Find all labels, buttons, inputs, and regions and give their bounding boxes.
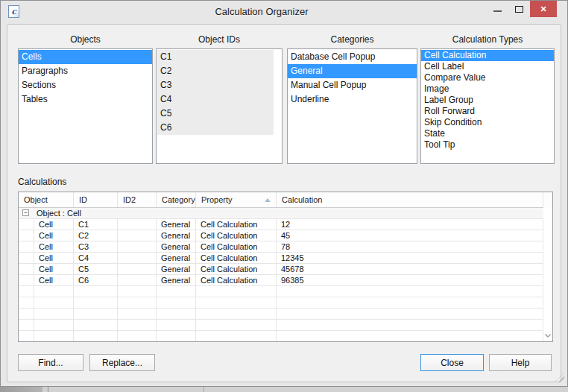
listbox-item-cell-label[interactable]: Cell Label: [421, 61, 554, 72]
cell-calculation: 12: [277, 219, 543, 230]
table-row[interactable]: CellC5GeneralCell Calculation45678: [19, 264, 552, 275]
object-ids-listbox[interactable]: C1C2C3C4C5C6: [156, 48, 283, 164]
group-row-label: Object : Cell: [37, 208, 81, 218]
column-header-id[interactable]: ID: [74, 192, 118, 207]
listbox-item-c2[interactable]: C2: [157, 64, 274, 78]
cell-object: Cell: [34, 230, 74, 241]
table-row[interactable]: CellC1GeneralCell Calculation12: [19, 219, 552, 230]
listbox-item-tool-tip[interactable]: Tool Tip: [421, 139, 554, 151]
cell-id2: [118, 264, 157, 274]
listbox-item-underline[interactable]: Underline: [288, 92, 417, 107]
cell-id: C1: [74, 219, 118, 230]
close-button[interactable]: Close: [420, 354, 484, 371]
listbox-item-label-group[interactable]: Label Group: [421, 95, 554, 106]
group-row[interactable]: −Object : Cell: [19, 208, 552, 219]
listbox-item-c1[interactable]: C1: [157, 50, 274, 64]
table-row[interactable]: CellC4GeneralCell Calculation12345: [19, 253, 552, 264]
cell-id: C4: [74, 253, 118, 263]
listbox-item-database-cell-popup[interactable]: Database Cell Popup: [288, 50, 417, 64]
replace-button[interactable]: Replace...: [89, 354, 155, 371]
column-header-object[interactable]: Object: [19, 192, 74, 207]
listbox-item-skip-condition[interactable]: Skip Condition: [421, 117, 554, 128]
cell-object: [34, 286, 74, 297]
cell-id: C3: [74, 241, 118, 252]
calculations-table: ObjectIDID2CategoryPropertyCalculation −…: [18, 192, 553, 342]
cell-property: [196, 331, 277, 341]
calculation-types-label: Calculation Types: [420, 34, 555, 45]
column-header-label: Category: [162, 195, 195, 204]
cell-object: Cell: [34, 219, 74, 230]
cell-calculation: 78: [277, 241, 543, 252]
cell-property: Cell Calculation: [196, 219, 277, 230]
minimize-icon: [493, 10, 502, 12]
objects-label: Objects: [18, 34, 153, 45]
cell-object: Cell: [34, 264, 74, 274]
column-header-label: Object: [24, 195, 48, 204]
row-gutter: [19, 241, 34, 252]
minimize-button[interactable]: [487, 1, 508, 17]
cell-id: [74, 309, 118, 319]
listbox-item-image[interactable]: Image: [421, 83, 554, 95]
cell-id2: [118, 275, 157, 285]
table-row[interactable]: CellC6GeneralCell Calculation96385: [19, 275, 552, 286]
listbox-item-roll-forward[interactable]: Roll Forward: [421, 106, 554, 117]
cell-property: [196, 286, 277, 297]
listbox-item-tables[interactable]: Tables: [19, 92, 152, 107]
close-window-button[interactable]: ✕: [530, 1, 557, 17]
column-header-property[interactable]: Property: [196, 192, 277, 207]
listbox-item-cells[interactable]: Cells: [19, 50, 152, 64]
titlebar[interactable]: c Calculation Organizer ✕: [1, 1, 567, 23]
cell-object: [34, 297, 74, 308]
cell-property: Cell Calculation: [196, 241, 277, 252]
help-button[interactable]: Help: [489, 354, 552, 371]
cell-calculation: [277, 331, 543, 341]
listbox-item-c4[interactable]: C4: [157, 92, 274, 107]
table-body: −Object : CellCellC1GeneralCell Calculat…: [19, 208, 552, 342]
row-gutter: [19, 275, 34, 285]
categories-listbox[interactable]: Database Cell PopupGeneralManual Cell Po…: [287, 48, 417, 164]
column-header-id2[interactable]: ID2: [118, 192, 157, 207]
maximize-button[interactable]: [508, 1, 530, 17]
cell-object: [34, 331, 74, 341]
table-row-empty: [19, 286, 552, 297]
listbox-item-state[interactable]: State: [421, 128, 554, 139]
collapse-group-button[interactable]: −: [22, 209, 29, 216]
table-row[interactable]: CellC2GeneralCell Calculation45: [19, 230, 552, 241]
cell-id: [74, 331, 118, 341]
column-header-label: Property: [201, 195, 233, 204]
cell-calculation: 12345: [277, 253, 543, 263]
column-header-calculation[interactable]: Calculation: [277, 192, 543, 207]
listbox-item-c6[interactable]: C6: [157, 121, 274, 135]
listbox-item-sections[interactable]: Sections: [19, 78, 152, 92]
cell-calculation: [277, 320, 543, 330]
column-header-label: ID2: [123, 195, 136, 204]
cell-category: [157, 297, 196, 308]
app-icon: c: [8, 5, 19, 18]
cell-category: General: [157, 230, 196, 241]
categories-label: Categories: [287, 34, 417, 45]
vertical-scrollbar[interactable]: [543, 207, 552, 341]
listbox-item-cell-calculation[interactable]: Cell Calculation: [421, 50, 554, 61]
column-header-label: Calculation: [282, 195, 322, 204]
cell-id: [74, 320, 118, 330]
cell-calculation: [277, 286, 543, 297]
find-button[interactable]: Find...: [18, 354, 83, 371]
table-row-empty: [19, 320, 552, 331]
cell-id: [74, 286, 118, 297]
listbox-item-general[interactable]: General: [288, 64, 417, 78]
listbox-item-c3[interactable]: C3: [157, 78, 274, 92]
calculations-section-label: Calculations: [18, 177, 66, 187]
column-header-category[interactable]: Category: [157, 192, 196, 207]
table-row[interactable]: CellC3GeneralCell Calculation78: [19, 241, 552, 253]
listbox-item-manual-cell-popup[interactable]: Manual Cell Popup: [288, 78, 417, 92]
listbox-item-c5[interactable]: C5: [157, 107, 274, 121]
cell-category: [157, 286, 196, 297]
listbox-item-paragraphs[interactable]: Paragraphs: [19, 64, 152, 78]
cell-category: General: [157, 219, 196, 230]
listbox-item-compare-value[interactable]: Compare Value: [421, 72, 554, 83]
calculation-types-listbox[interactable]: Cell CalculationCell LabelCompare ValueI…: [420, 48, 555, 164]
objects-listbox[interactable]: CellsParagraphsSectionsTables: [18, 48, 153, 164]
cell-category: General: [157, 253, 196, 263]
row-gutter: [19, 331, 34, 341]
cell-id: [74, 297, 118, 308]
